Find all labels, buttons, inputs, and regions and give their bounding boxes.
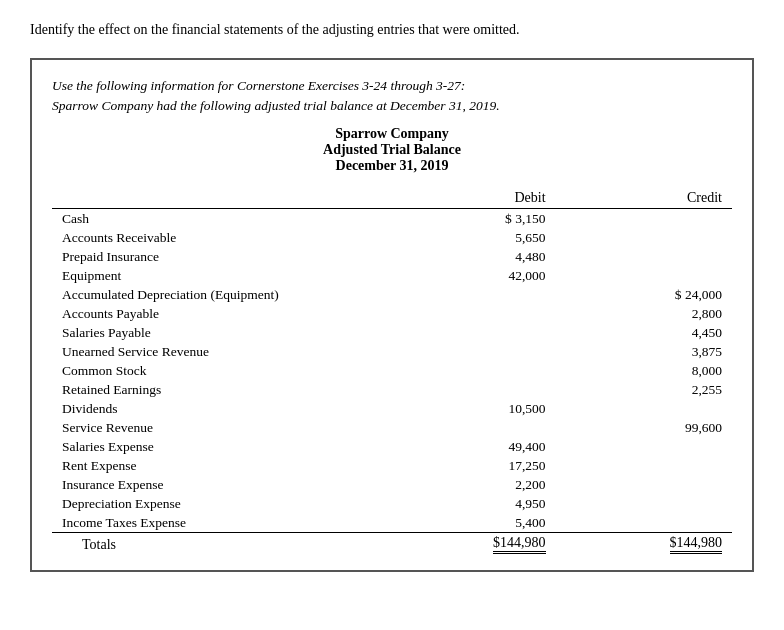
account-name: Equipment: [52, 266, 426, 285]
debit-value: 49,400: [426, 437, 576, 456]
account-name: Service Revenue: [52, 418, 426, 437]
credit-header: Credit: [576, 190, 732, 209]
totals-debit: $144,980: [426, 533, 576, 555]
table-row: Accounts Receivable5,650: [52, 228, 732, 247]
debit-value: 4,950: [426, 494, 576, 513]
credit-value: 2,255: [576, 380, 732, 399]
debit-value: 42,000: [426, 266, 576, 285]
account-header: [52, 190, 426, 209]
trial-balance-box: Use the following information for Corner…: [30, 58, 754, 573]
credit-value: [576, 494, 732, 513]
credit-value: 8,000: [576, 361, 732, 380]
credit-value: [576, 266, 732, 285]
debit-value: 5,650: [426, 228, 576, 247]
account-name: Salaries Expense: [52, 437, 426, 456]
table-row: Dividends10,500: [52, 399, 732, 418]
account-name: Accounts Payable: [52, 304, 426, 323]
debit-value: 4,480: [426, 247, 576, 266]
totals-label: Totals: [52, 533, 426, 555]
debit-value: 17,250: [426, 456, 576, 475]
credit-value: [576, 228, 732, 247]
table-row: Prepaid Insurance4,480: [52, 247, 732, 266]
debit-value: [426, 323, 576, 342]
debit-value: [426, 361, 576, 380]
report-title: Adjusted Trial Balance: [52, 142, 732, 158]
debit-value: [426, 380, 576, 399]
table-row: Salaries Expense49,400: [52, 437, 732, 456]
debit-value: 2,200: [426, 475, 576, 494]
totals-credit: $144,980: [576, 533, 732, 555]
totals-row: Totals $144,980 $144,980: [52, 533, 732, 555]
trial-balance-table: Debit Credit Cash$ 3,150Accounts Receiva…: [52, 190, 732, 554]
company-name: Sparrow Company: [52, 126, 732, 142]
table-row: Rent Expense17,250: [52, 456, 732, 475]
table-row: Income Taxes Expense5,400: [52, 513, 732, 533]
account-name: Prepaid Insurance: [52, 247, 426, 266]
account-name: Unearned Service Revenue: [52, 342, 426, 361]
account-name: Rent Expense: [52, 456, 426, 475]
table-row: Accounts Payable2,800: [52, 304, 732, 323]
company-header: Sparrow Company Adjusted Trial Balance D…: [52, 126, 732, 174]
account-name: Accumulated Depreciation (Equipment): [52, 285, 426, 304]
credit-value: 2,800: [576, 304, 732, 323]
debit-header: Debit: [426, 190, 576, 209]
account-name: Insurance Expense: [52, 475, 426, 494]
debit-value: [426, 304, 576, 323]
table-row: Service Revenue99,600: [52, 418, 732, 437]
credit-value: [576, 247, 732, 266]
debit-value: $ 3,150: [426, 209, 576, 229]
debit-value: 5,400: [426, 513, 576, 533]
account-name: Accounts Receivable: [52, 228, 426, 247]
italic-line1: Use the following information for Corner…: [52, 78, 465, 93]
table-row: Depreciation Expense4,950: [52, 494, 732, 513]
account-name: Salaries Payable: [52, 323, 426, 342]
credit-value: [576, 399, 732, 418]
table-row: Insurance Expense2,200: [52, 475, 732, 494]
table-row: Accumulated Depreciation (Equipment)$ 24…: [52, 285, 732, 304]
table-row: Retained Earnings2,255: [52, 380, 732, 399]
account-name: Income Taxes Expense: [52, 513, 426, 533]
debit-value: [426, 342, 576, 361]
account-name: Dividends: [52, 399, 426, 418]
account-name: Depreciation Expense: [52, 494, 426, 513]
credit-value: $ 24,000: [576, 285, 732, 304]
intro-text: Identify the effect on the financial sta…: [30, 20, 754, 40]
table-row: Common Stock8,000: [52, 361, 732, 380]
table-row: Equipment42,000: [52, 266, 732, 285]
report-date: December 31, 2019: [52, 158, 732, 174]
credit-value: [576, 475, 732, 494]
credit-value: 3,875: [576, 342, 732, 361]
credit-value: [576, 209, 732, 229]
credit-value: 4,450: [576, 323, 732, 342]
table-row: Unearned Service Revenue3,875: [52, 342, 732, 361]
debit-value: [426, 285, 576, 304]
debit-value: [426, 418, 576, 437]
account-name: Cash: [52, 209, 426, 229]
account-name: Common Stock: [52, 361, 426, 380]
credit-value: [576, 456, 732, 475]
credit-value: [576, 437, 732, 456]
credit-value: 99,600: [576, 418, 732, 437]
table-row: Salaries Payable4,450: [52, 323, 732, 342]
debit-value: 10,500: [426, 399, 576, 418]
credit-value: [576, 513, 732, 533]
italic-line2: Sparrow Company had the following adjust…: [52, 98, 500, 113]
table-row: Cash$ 3,150: [52, 209, 732, 229]
context-header: Use the following information for Corner…: [52, 76, 732, 117]
account-name: Retained Earnings: [52, 380, 426, 399]
